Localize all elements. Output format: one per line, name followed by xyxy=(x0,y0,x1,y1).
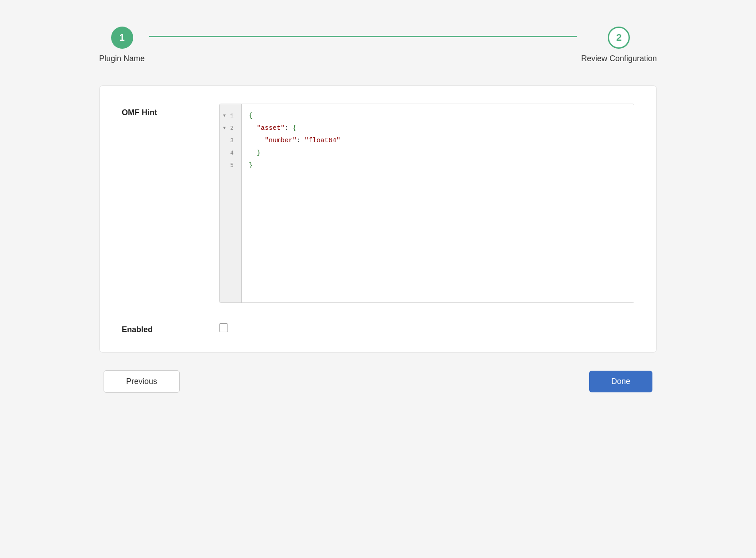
code-line-1: { xyxy=(249,109,627,122)
button-row: Previous Done xyxy=(99,370,657,393)
wizard-container: 1 Plugin Name 2 Review Configuration OMF… xyxy=(99,27,657,393)
code-brace-close-outer: } xyxy=(249,162,253,169)
fold-arrow-1: ▼ xyxy=(223,113,229,118)
enabled-field xyxy=(219,321,634,332)
done-button[interactable]: Done xyxy=(589,371,652,392)
code-brace-close-inner: } xyxy=(249,149,261,157)
omf-hint-row: OMF Hint ▼ 1 ▼ 2 3 xyxy=(122,104,634,303)
step-1-circle: 1 xyxy=(111,27,133,49)
code-key-number: "number" xyxy=(249,137,297,144)
code-editor[interactable]: ▼ 1 ▼ 2 3 4 xyxy=(219,104,634,303)
config-card: OMF Hint ▼ 1 ▼ 2 3 xyxy=(99,85,657,353)
step-2-circle: 2 xyxy=(608,27,630,49)
enabled-checkbox[interactable] xyxy=(219,323,228,332)
fold-arrow-2: ▼ xyxy=(223,126,229,131)
line-num-3: 3 xyxy=(230,137,234,144)
line-row-1: ▼ 1 xyxy=(220,109,241,122)
line-row-3: 3 xyxy=(220,134,241,147)
stepper: 1 Plugin Name 2 Review Configuration xyxy=(99,27,657,63)
step-1-label: Plugin Name xyxy=(99,54,145,63)
code-key-asset: "asset" xyxy=(249,124,285,132)
previous-button[interactable]: Previous xyxy=(104,370,180,393)
line-num-1: 1 xyxy=(230,112,234,119)
enabled-row: Enabled xyxy=(122,321,634,334)
step-2: 2 Review Configuration xyxy=(581,27,657,63)
code-line-5: } xyxy=(249,159,627,171)
code-value-float64: "float64" xyxy=(305,137,340,144)
step-connector xyxy=(149,36,577,37)
line-num-5: 5 xyxy=(230,162,234,169)
step-1: 1 Plugin Name xyxy=(99,27,145,63)
code-content: { "asset": { "number": "float64" } xyxy=(242,104,634,302)
line-num-4: 4 xyxy=(230,150,234,156)
line-row-2: ▼ 2 xyxy=(220,122,241,134)
omf-hint-field: ▼ 1 ▼ 2 3 4 xyxy=(219,104,634,303)
omf-hint-label: OMF Hint xyxy=(122,104,219,117)
code-line-4: } xyxy=(249,147,627,159)
code-line-2: "asset": { xyxy=(249,122,627,134)
line-row-4: 4 xyxy=(220,147,241,159)
enabled-label: Enabled xyxy=(122,321,219,334)
line-row-5: 5 xyxy=(220,159,241,171)
step-2-label: Review Configuration xyxy=(581,54,657,63)
line-numbers: ▼ 1 ▼ 2 3 4 xyxy=(220,104,242,302)
code-line-3: "number": "float64" xyxy=(249,134,627,147)
line-num-2: 2 xyxy=(230,125,234,132)
code-brace-open: { xyxy=(249,112,253,120)
